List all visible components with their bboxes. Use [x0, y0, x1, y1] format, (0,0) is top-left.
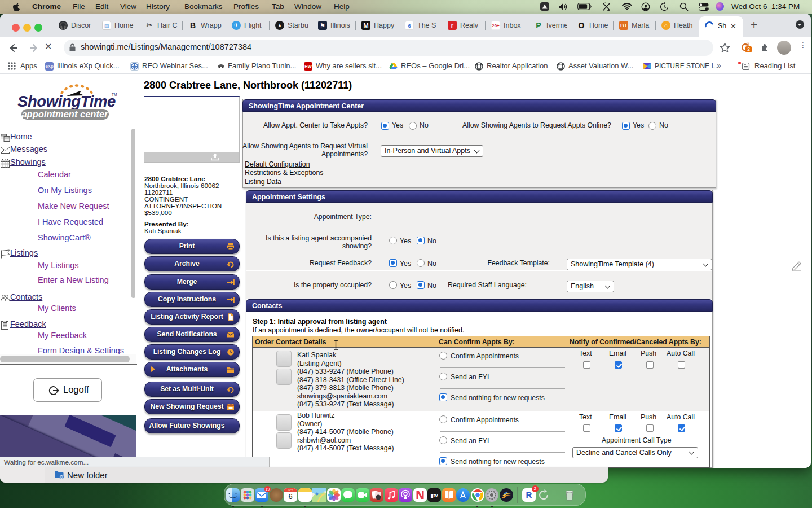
svg-text:▮tv: ▮tv [431, 493, 438, 498]
svg-text:ShowingTime: ShowingTime [17, 93, 116, 110]
svg-text:TM: TM [112, 93, 117, 97]
svg-text:appointment center: appointment center [21, 109, 109, 119]
